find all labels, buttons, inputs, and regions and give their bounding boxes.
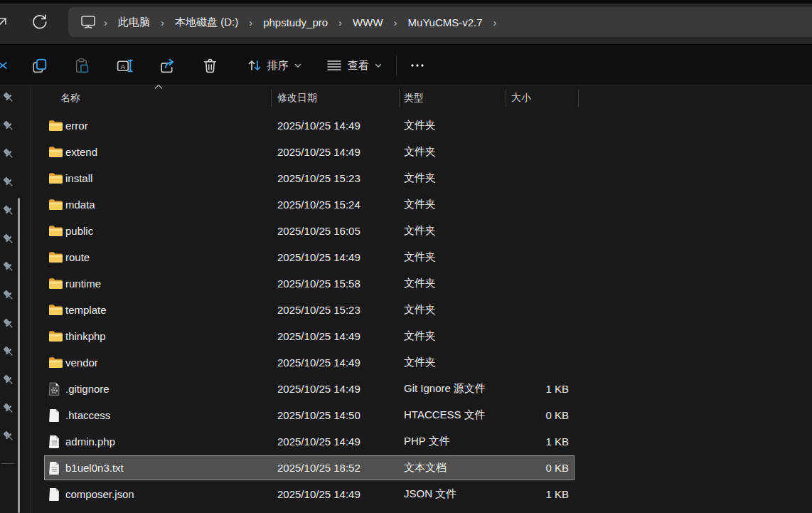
pushpin-icon[interactable] [2, 204, 15, 217]
file-row[interactable]: install 2025/10/25 15:23 文件夹 [31, 165, 812, 191]
toolbar-divider [396, 55, 397, 75]
pushpin-icon[interactable] [2, 147, 15, 160]
folder-icon [48, 304, 63, 316]
breadcrumb-item[interactable]: WWW [350, 14, 385, 31]
file-row[interactable]: b1uel0n3.txt 2025/10/25 18:52 文本文档 0 KB [31, 455, 812, 481]
breadcrumb-item[interactable]: 此电脑 [115, 13, 153, 32]
file-size: 1 KB [545, 488, 569, 500]
file-row[interactable]: vendor 2025/10/25 14:49 文件夹 [31, 349, 812, 376]
column-resize-handle[interactable] [506, 89, 506, 107]
file-row[interactable]: admin.php 2025/10/25 14:49 PHP 文件 1 KB [31, 428, 812, 455]
pushpin-icon[interactable] [2, 317, 15, 330]
more-options-button[interactable] [405, 53, 430, 78]
file-row[interactable]: thinkphp 2025/10/25 14:49 文件夹 [31, 323, 812, 349]
copy-button[interactable] [26, 53, 52, 78]
file-date-modified: 2025/10/25 18:52 [277, 462, 360, 474]
delete-button[interactable] [197, 53, 223, 78]
pushpin-icon[interactable] [2, 374, 15, 386]
view-button[interactable]: 查看 [326, 53, 383, 78]
file-name: composer.json [65, 488, 134, 500]
share-button[interactable] [154, 53, 180, 78]
pushpin-icon[interactable] [2, 120, 15, 132]
file-row[interactable]: .htaccess 2025/10/25 14:50 HTACCESS 文件 0… [31, 402, 812, 428]
file-row[interactable]: runtime 2025/10/25 15:58 文件夹 [31, 270, 812, 297]
column-resize-handle[interactable] [271, 89, 272, 107]
breadcrumb-item[interactable]: 本地磁盘 (D:) [172, 13, 241, 32]
column-header-date[interactable]: 修改日期 [277, 92, 317, 105]
breadcrumb: › 此电脑 › 本地磁盘 (D:) › phpstudy_pro › WWW ›… [68, 7, 812, 37]
file-row[interactable]: public 2025/10/25 16:05 文件夹 [31, 218, 812, 244]
pushpin-icon[interactable] [2, 260, 15, 273]
file-name: mdata [65, 199, 95, 211]
file-row[interactable]: route 2025/10/25 14:49 文件夹 [31, 244, 812, 270]
share-icon [159, 57, 176, 75]
pushpin-icon[interactable] [2, 91, 15, 104]
sort-arrows-icon [247, 58, 262, 73]
file-row[interactable]: error 2025/10/25 14:49 文件夹 [31, 112, 812, 139]
breadcrumb-item[interactable]: MuYuCMS-v2.7 [405, 14, 486, 31]
file-name: .gitignore [65, 383, 109, 395]
file-size: 0 KB [545, 462, 569, 474]
column-header-name[interactable]: 名称 [60, 92, 80, 105]
text-file-icon [48, 461, 60, 475]
rename-button[interactable]: A [112, 53, 137, 78]
file-date-modified: 2025/10/25 15:23 [277, 304, 360, 316]
folder-icon [48, 356, 63, 369]
file-type: 文件夹 [404, 329, 436, 343]
file-name: .htaccess [65, 409, 110, 421]
file-type: 文件夹 [404, 277, 436, 290]
refresh-button[interactable] [30, 11, 51, 33]
breadcrumb-chevron-icon: › [104, 17, 107, 28]
view-lines-icon [326, 57, 343, 74]
pushpin-icon[interactable] [2, 233, 15, 245]
file-date-modified: 2025/10/25 14:49 [277, 435, 360, 448]
cut-button[interactable] [0, 53, 14, 78]
column-header-size[interactable]: 大小 [511, 92, 531, 105]
file-date-modified: 2025/10/25 14:49 [277, 146, 360, 158]
pushpin-icon[interactable] [2, 430, 15, 443]
content-area: 名称 修改日期 类型 大小 [0, 85, 812, 513]
file-row[interactable]: .gitignore 2025/10/25 14:49 Git Ignore 源… [31, 376, 812, 402]
file-size: 1 KB [545, 383, 569, 395]
file-row[interactable]: mdata 2025/10/25 15:24 文件夹 [31, 191, 812, 218]
paste-icon [73, 57, 91, 75]
ellipsis-icon [409, 57, 426, 74]
column-resize-handle[interactable] [578, 89, 579, 107]
file-type: 文件夹 [404, 171, 436, 185]
file-icon [48, 408, 60, 423]
nav-pane-divider [1, 463, 14, 464]
file-date-modified: 2025/10/25 14:49 [277, 383, 360, 395]
folder-icon [48, 199, 63, 211]
file-size: 0 KB [545, 409, 569, 421]
file-name: error [65, 120, 88, 132]
file-row[interactable]: extend 2025/10/25 14:49 文件夹 [31, 139, 812, 165]
file-type: 文件夹 [404, 119, 436, 132]
file-row[interactable]: composer.json 2025/10/25 14:49 JSON 文件 1… [31, 481, 812, 507]
folder-icon [48, 146, 63, 158]
column-header-type[interactable]: 类型 [404, 92, 424, 105]
pushpin-icon[interactable] [2, 176, 15, 189]
pushpin-icon[interactable] [2, 345, 15, 358]
file-name: route [65, 251, 90, 263]
breadcrumb-chevron-icon: › [161, 17, 164, 28]
folder-icon [48, 251, 63, 263]
chevron-down-icon [294, 61, 302, 70]
this-pc-monitor-icon[interactable] [80, 14, 96, 30]
paste-button[interactable] [69, 53, 95, 78]
trash-icon [201, 57, 219, 75]
pushpin-icon[interactable] [2, 289, 15, 302]
nav-scrollbar-thumb[interactable] [18, 198, 20, 513]
window-top-edge [0, 0, 812, 4]
file-type: PHP 文件 [404, 435, 450, 448]
column-resize-handle[interactable] [399, 89, 400, 107]
sort-button[interactable]: 排序 [247, 53, 302, 78]
file-date-modified: 2025/10/25 14:50 [277, 409, 360, 421]
breadcrumb-item[interactable]: phpstudy_pro [260, 14, 331, 31]
file-name: admin.php [65, 435, 115, 448]
pushpin-icon[interactable] [2, 402, 15, 415]
up-arrow-icon[interactable] [0, 16, 10, 31]
file-name: vendor [65, 356, 98, 369]
file-row[interactable]: template 2025/10/25 15:23 文件夹 [31, 297, 812, 323]
breadcrumb-chevron-icon: › [394, 17, 397, 28]
svg-text:A: A [120, 62, 125, 70]
